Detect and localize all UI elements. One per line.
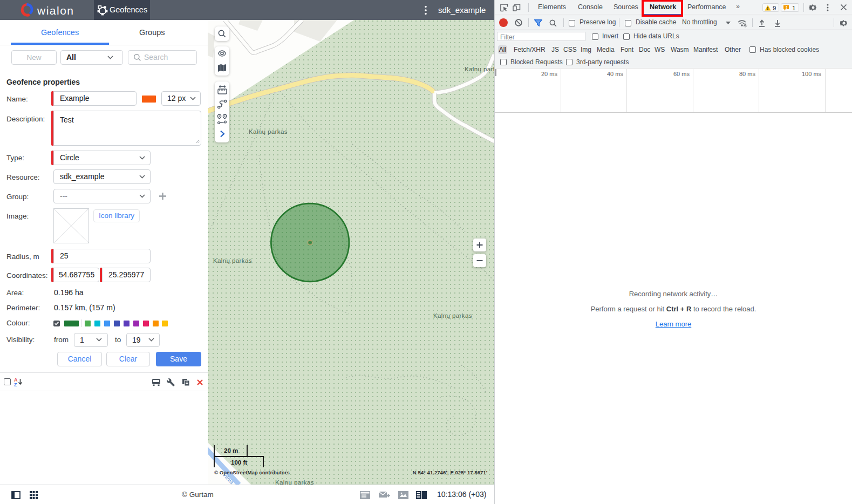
svg-text:N 54° 41.2746′; E 025° 17.8671: N 54° 41.2746′; E 025° 17.8671′ xyxy=(413,469,488,475)
svg-text:© OpenStreetMap contributors: © OpenStreetMap contributors xyxy=(214,469,290,475)
svg-text:Kalnų parkas: Kalnų parkas xyxy=(275,479,314,485)
svg-text:100 ft: 100 ft xyxy=(231,459,247,466)
svg-text:20 m: 20 m xyxy=(224,447,238,454)
svg-text:Z: Z xyxy=(14,382,17,387)
svg-text:Kalnų parka: Kalnų parka xyxy=(465,66,494,72)
svg-text:Kalnų parkas: Kalnų parkas xyxy=(433,312,472,319)
svg-text:Kalnų parkas: Kalnų parkas xyxy=(213,257,252,264)
svg-text:Kalnų parkas: Kalnų parkas xyxy=(249,128,288,135)
